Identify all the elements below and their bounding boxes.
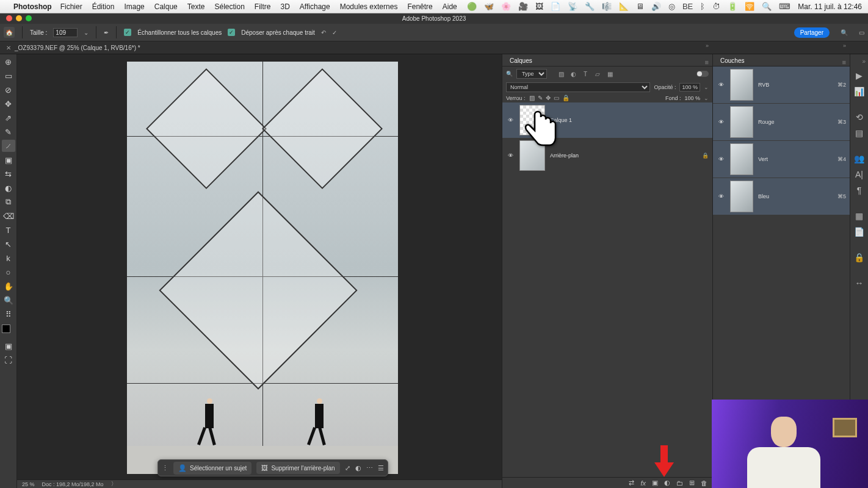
layer-fx-icon[interactable]: fx (640, 479, 646, 487)
eraser-tool[interactable]: ⌫ (2, 210, 15, 222)
swatches-panel-icon[interactable]: ▦ (855, 211, 863, 221)
drop-after-stroke-checkbox[interactable]: ✓ (228, 29, 235, 36)
menu-aide[interactable]: Aide (443, 2, 457, 11)
status-chevron-icon[interactable]: 〉 (111, 480, 117, 488)
visibility-toggle-icon[interactable]: 👁 (506, 152, 515, 159)
tray-icon[interactable]: 🎼 (602, 2, 612, 11)
remove-background-button[interactable]: 🖼 Supprimer l'arrière-plan (256, 462, 339, 474)
screenmode-icon[interactable]: ⛶ (2, 354, 15, 366)
quickmask-icon[interactable]: ▣ (2, 340, 15, 352)
layer-item[interactable]: 👁 Arrière-plan 🔒 (502, 138, 712, 173)
layer-name[interactable]: Calque 1 (550, 117, 572, 123)
tray-icon[interactable]: 🔧 (585, 2, 595, 11)
search-icon[interactable]: 🔍 (841, 29, 848, 36)
edit-toolbar[interactable]: ⠿ (2, 308, 15, 320)
visibility-toggle-icon[interactable]: 👁 (506, 117, 515, 123)
channel-item[interactable]: 👁 Vert ⌘4 (713, 141, 850, 178)
lock-position-icon[interactable]: ✥ (546, 95, 551, 101)
layers-tab[interactable]: Calques (505, 56, 537, 66)
selection-tool[interactable]: ✥ (2, 98, 15, 110)
brush-tool[interactable]: ⇆ (2, 168, 15, 180)
healing-tool[interactable]: ⟋ (2, 140, 15, 152)
menu-fenetre[interactable]: Fenêtre (407, 2, 432, 11)
filter-smart-icon[interactable]: ▦ (606, 70, 614, 78)
menu-affichage[interactable]: Affichage (300, 2, 330, 11)
workspace-icon[interactable]: ▭ (859, 29, 864, 36)
link-layers-icon[interactable]: ⇄ (629, 479, 634, 487)
collapse-chevron-icon[interactable]: » (706, 43, 709, 49)
app-menu[interactable]: Photoshop (13, 2, 52, 11)
visibility-toggle-icon[interactable]: 👁 (717, 193, 725, 199)
navigator-panel-icon[interactable]: ↔ (855, 278, 864, 288)
fill-chevron-icon[interactable]: ⌄ (704, 95, 709, 101)
tray-icon[interactable]: 📡 (568, 2, 577, 11)
layer-name[interactable]: Arrière-plan (550, 152, 579, 159)
layer-group-icon[interactable]: 🗀 (676, 479, 683, 487)
delete-layer-icon[interactable]: 🗑 (701, 479, 707, 487)
properties-panel-icon[interactable]: ▤ (855, 128, 863, 138)
select-subject-button[interactable]: 👤 Sélectionner un sujet (173, 462, 251, 475)
menubar-datetime[interactable]: Mar. 11 juil. à 12:46 (798, 2, 862, 11)
eyedropper-tool[interactable]: ✎ (2, 126, 15, 138)
minimize-window-button[interactable] (16, 15, 22, 21)
fill-value[interactable]: 100 % (684, 95, 700, 101)
menu-edition[interactable]: Édition (92, 2, 115, 11)
sample-all-layers-checkbox[interactable]: ✓ (124, 29, 131, 36)
channel-item[interactable]: 👁 RVB ⌘2 (713, 66, 850, 103)
control-center-icon[interactable]: ⌨ (779, 2, 790, 11)
filter-adjust-icon[interactable]: ◐ (569, 70, 577, 78)
paragraph-panel-icon[interactable]: ¶ (857, 185, 862, 195)
tray-icon[interactable]: 🔊 (651, 2, 661, 11)
menu-calque[interactable]: Calque (154, 2, 178, 11)
document-tab[interactable]: ✕ _OZ93379.NEF @ 25% (Calque 1, RVB/16*)… (0, 43, 146, 53)
lasso-tool[interactable]: ⊘ (2, 84, 15, 96)
layer-mask-icon[interactable]: ▣ (652, 479, 658, 487)
histogram-panel-icon[interactable]: 📊 (854, 87, 864, 96)
character-panel-icon[interactable]: A| (855, 170, 863, 179)
tray-icon[interactable]: 🖼 (535, 2, 543, 11)
size-chevron-icon[interactable]: ⌄ (84, 29, 89, 36)
path-tool[interactable]: ↖ (2, 238, 15, 250)
tray-icon[interactable]: 🌸 (501, 2, 511, 11)
filter-toggle[interactable] (696, 71, 709, 77)
visibility-toggle-icon[interactable]: 👁 (717, 82, 725, 88)
tray-icon[interactable]: 🖥 (636, 2, 644, 11)
lock-panel-icon[interactable]: 🔒 (854, 253, 864, 262)
battery-icon[interactable]: 🔋 (728, 2, 737, 11)
frame-tool[interactable]: ▣ (2, 154, 15, 166)
channel-item[interactable]: 👁 Rouge ⌘3 (713, 104, 850, 140)
new-layer-icon[interactable]: ⊞ (689, 479, 695, 487)
menu-image[interactable]: Image (124, 2, 144, 11)
tray-icon[interactable]: 📐 (619, 2, 629, 11)
layer-filter-type[interactable]: Type (516, 69, 547, 79)
expand-chevron-icon[interactable]: » (862, 58, 866, 65)
visibility-toggle-icon[interactable]: 👁 (717, 156, 725, 162)
undo-icon[interactable]: ↶ (321, 29, 326, 36)
panel-menu-icon[interactable]: ≡ (842, 59, 846, 66)
lock-paint-icon[interactable]: ✎ (538, 95, 543, 101)
lock-artboard-icon[interactable]: ▭ (554, 95, 559, 101)
zoom-tool[interactable]: 🔍 (2, 294, 15, 306)
adjust-icon[interactable]: ◐ (355, 464, 361, 472)
layer-thumbnail[interactable] (519, 105, 545, 135)
foreground-color-swatch[interactable] (2, 325, 10, 333)
hand-tool[interactable]: ✋ (2, 280, 15, 292)
brush-preset-icon[interactable]: ✒ (104, 29, 109, 36)
menu-3d[interactable]: 3D (281, 2, 290, 11)
pen-tool[interactable]: k (2, 252, 15, 264)
close-tab-icon[interactable]: ✕ (6, 45, 11, 51)
wifi-icon[interactable]: 🛜 (745, 2, 754, 11)
layer-thumbnail[interactable] (519, 140, 545, 171)
info-panel-icon[interactable]: 📄 (854, 227, 864, 237)
tray-icon[interactable]: 📄 (551, 2, 560, 11)
libraries-panel-icon[interactable]: 👥 (854, 154, 864, 163)
zoom-window-button[interactable] (26, 15, 32, 21)
spotlight-icon[interactable]: 🔍 (762, 2, 772, 11)
drag-handle-icon[interactable]: ⋮ (162, 464, 168, 472)
opacity-value[interactable]: 100 % (679, 83, 700, 92)
brush-size-input[interactable] (53, 28, 78, 37)
filter-shape-icon[interactable]: ▱ (593, 70, 602, 78)
close-window-button[interactable] (6, 15, 12, 21)
menu-filtre[interactable]: Filtre (255, 2, 271, 11)
tray-icon[interactable]: 🦋 (484, 2, 494, 11)
